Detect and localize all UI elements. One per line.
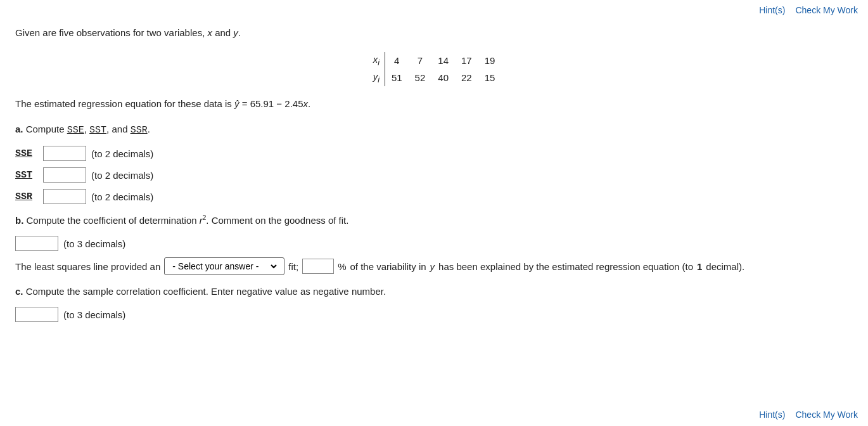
- xi-val-4: 17: [455, 52, 478, 69]
- part-c-heading: c. Compute the sample correlation coeffi…: [15, 284, 853, 299]
- r2-input[interactable]: [15, 236, 58, 251]
- percent-symbol: %: [338, 258, 346, 275]
- y-var-sentence: y: [430, 258, 435, 275]
- part-b-label: b.: [15, 215, 23, 226]
- part-b-desc: Compute the coefficient of determination…: [27, 215, 349, 226]
- ssr-input[interactable]: [43, 189, 86, 204]
- data-table-container: xi 4 7 14 17 19 yi 51 52 40 22 15: [15, 52, 853, 86]
- ssr-label: SSR: [15, 191, 38, 202]
- sst-input[interactable]: [43, 167, 86, 183]
- y-variable: y: [233, 27, 238, 38]
- xi-val-2: 7: [409, 52, 432, 69]
- corr-decimal-hint: (to 3 decimals): [63, 309, 125, 320]
- yi-val-4: 22: [455, 69, 478, 86]
- select-answer-dropdown[interactable]: - Select your answer - excellent good po…: [164, 257, 284, 275]
- corr-input-row: (to 3 decimals): [15, 307, 853, 322]
- sst-decimal-hint: (to 2 decimals): [91, 170, 153, 181]
- part-c-label: c.: [15, 286, 23, 297]
- part-b-heading: b. Compute the coefficient of determinat…: [15, 213, 853, 228]
- sentence-before: The least squares line provided an: [15, 258, 160, 275]
- yi-val-2: 52: [409, 69, 432, 86]
- yi-val-1: 51: [385, 69, 408, 86]
- one-decimal: 1: [697, 258, 702, 275]
- xi-val-3: 14: [431, 52, 455, 69]
- check-work-link-top[interactable]: Check My Work: [795, 5, 858, 15]
- percent-input[interactable]: [302, 259, 334, 274]
- sse-input[interactable]: [43, 146, 86, 161]
- sst-row: SST (to 2 decimals): [15, 167, 853, 183]
- part-c-section: c. Compute the sample correlation coeffi…: [15, 284, 853, 322]
- goodness-sentence: The least squares line provided an - Sel…: [15, 257, 853, 275]
- yi-val-5: 15: [478, 69, 502, 86]
- part-a-desc: Compute SSE, SST, and SSR.: [26, 124, 150, 134]
- observations-table: xi 4 7 14 17 19 yi 51 52 40 22 15: [367, 52, 502, 86]
- r2-input-row: (to 3 decimals): [15, 236, 853, 251]
- check-work-link-bottom[interactable]: Check My Work: [795, 410, 858, 420]
- xi-label: xi: [367, 52, 385, 69]
- sse-decimal-hint: (to 2 decimals): [91, 148, 153, 159]
- hint-link-top[interactable]: Hint(s): [759, 5, 785, 15]
- sst-label: SST: [15, 170, 38, 181]
- sse-row: SSE (to 2 decimals): [15, 146, 853, 161]
- ssr-row: SSR (to 2 decimals): [15, 189, 853, 204]
- r2-decimal-hint: (to 3 decimals): [63, 238, 125, 249]
- ssr-decimal-hint: (to 2 decimals): [91, 191, 153, 202]
- decimal-label: decimal).: [706, 258, 744, 275]
- part-c-desc: Compute the sample correlation coefficie…: [26, 286, 386, 297]
- x-variable: x: [207, 27, 212, 38]
- xi-val-5: 19: [478, 52, 502, 69]
- xi-val-1: 4: [385, 52, 408, 69]
- equation-line: The estimated regression equation for th…: [15, 96, 853, 112]
- sentence-fit: fit;: [288, 258, 298, 275]
- part-b-section: b. Compute the coefficient of determinat…: [15, 213, 853, 275]
- sse-label: SSE: [15, 148, 38, 159]
- yi-label: yi: [367, 69, 385, 86]
- yi-val-3: 40: [431, 69, 455, 86]
- part-a-label: a.: [15, 124, 23, 134]
- intro-text: Given are five observations for two vari…: [15, 25, 853, 41]
- part-a-heading: a. Compute SSE, SST, and SSR.: [15, 122, 853, 138]
- answer-select[interactable]: - Select your answer - excellent good po…: [170, 261, 279, 272]
- sentence-end: has been explained by the estimated regr…: [438, 258, 693, 275]
- sentence-after: of the variability in: [350, 258, 426, 275]
- correlation-input[interactable]: [15, 307, 58, 322]
- hint-link-bottom[interactable]: Hint(s): [759, 410, 785, 420]
